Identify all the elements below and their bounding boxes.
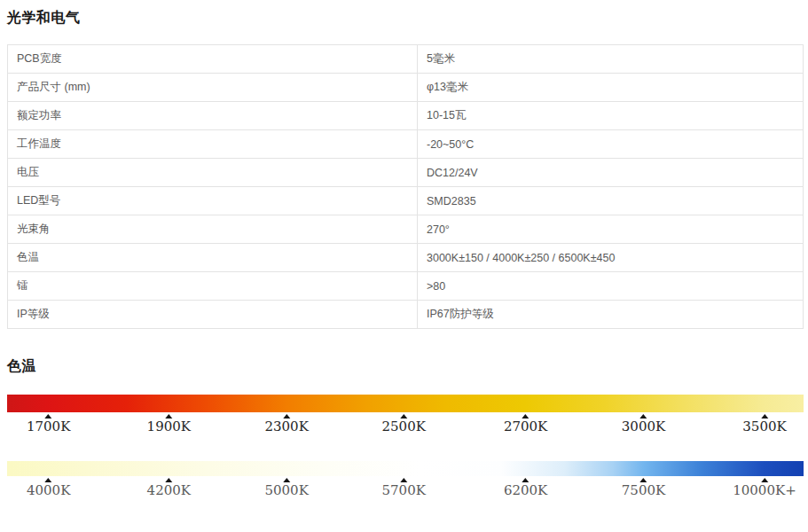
spec-row: LED型号SMD2835 xyxy=(8,187,804,215)
spec-label: PCB宽度 xyxy=(8,45,418,74)
cct-gradient-warm xyxy=(7,395,804,412)
tick-label: 1900K xyxy=(147,419,191,434)
spec-row: 电压DC12/24V xyxy=(8,159,804,187)
spec-row: 色温3000K±150 / 4000K±250 / 6500K±450 xyxy=(8,244,804,272)
tick-label: 3500K xyxy=(742,419,786,434)
spec-label: 光束角 xyxy=(8,215,418,244)
cct-tick: 7500K xyxy=(622,478,665,497)
spec-value: DC12/24V xyxy=(418,159,804,187)
section-title-optical-electrical: 光学和电气 xyxy=(7,9,808,26)
spec-label: LED型号 xyxy=(8,187,418,215)
tick-label: 2700K xyxy=(504,419,547,434)
spec-value: 10-15瓦 xyxy=(418,102,804,130)
spec-value: -20~50°C xyxy=(418,130,804,159)
cct-tick: 4000K xyxy=(27,478,70,497)
spec-value: 3000K±150 / 4000K±250 / 6500K±450 xyxy=(418,244,804,272)
cct-tick: 4200K xyxy=(147,478,191,497)
tick-label: 3000K xyxy=(622,419,665,434)
cct-tick: 1700K xyxy=(27,414,70,434)
product-spec-page: 光学和电气 PCB宽度5毫米产品尺寸 (mm)φ13毫米额定功率10-15瓦工作… xyxy=(0,0,808,497)
spec-row: 镭>80 xyxy=(8,272,804,301)
cct-ticks-warm: 1700K1900K2300K2500K2700K3000K3500K xyxy=(7,412,804,434)
tick-label: 5700K xyxy=(382,483,426,497)
cct-tick: 2500K xyxy=(382,414,426,434)
spec-value: 270° xyxy=(418,215,804,244)
spec-row: 产品尺寸 (mm)φ13毫米 xyxy=(8,74,804,102)
cct-tick: 5700K xyxy=(382,478,426,497)
spec-row: 工作温度-20~50°C xyxy=(8,130,804,159)
spec-label: 色温 xyxy=(8,244,418,272)
tick-label: 2500K xyxy=(382,419,426,434)
spec-row: 额定功率10-15瓦 xyxy=(8,102,804,130)
section-title-color-temperature: 色温 xyxy=(7,357,808,374)
tick-label: 2300K xyxy=(264,419,308,434)
cct-bar-cool: 4000K4200K5000K5700K6200K7500K10000K+ xyxy=(7,461,804,497)
cct-tick: 2300K xyxy=(264,414,308,434)
tick-label: 4200K xyxy=(147,483,191,497)
cct-tick: 6200K xyxy=(504,478,547,497)
cct-bar-warm: 1700K1900K2300K2500K2700K3000K3500K xyxy=(7,395,804,434)
cct-gradient-cool xyxy=(7,461,804,476)
cct-ticks-cool: 4000K4200K5000K5700K6200K7500K10000K+ xyxy=(7,476,804,497)
cct-tick: 5000K xyxy=(264,478,308,497)
tick-label: 4000K xyxy=(27,483,70,497)
spec-label: 工作温度 xyxy=(8,130,418,159)
tick-label: 1700K xyxy=(27,419,70,434)
spec-label: IP等级 xyxy=(8,301,418,329)
tick-label: 10000K+ xyxy=(733,483,796,497)
spec-row: IP等级IP67防护等级 xyxy=(8,301,804,329)
spec-table: PCB宽度5毫米产品尺寸 (mm)φ13毫米额定功率10-15瓦工作温度-20~… xyxy=(7,44,804,329)
spec-row: 光束角270° xyxy=(8,215,804,244)
cct-tick: 1900K xyxy=(147,414,191,434)
tick-label: 5000K xyxy=(264,483,308,497)
spec-value: φ13毫米 xyxy=(418,74,804,102)
cct-tick: 10000K+ xyxy=(733,478,796,497)
spec-table-body: PCB宽度5毫米产品尺寸 (mm)φ13毫米额定功率10-15瓦工作温度-20~… xyxy=(8,45,804,329)
spec-label: 产品尺寸 (mm) xyxy=(8,74,418,102)
spec-value: 5毫米 xyxy=(418,45,804,74)
cct-tick: 3500K xyxy=(742,414,786,434)
spec-value: >80 xyxy=(418,272,804,301)
spec-row: PCB宽度5毫米 xyxy=(8,45,804,74)
spec-label: 电压 xyxy=(8,159,418,187)
spec-label: 额定功率 xyxy=(8,102,418,130)
cct-tick: 3000K xyxy=(622,414,665,434)
spec-label: 镭 xyxy=(8,272,418,301)
spec-value: IP67防护等级 xyxy=(418,301,804,329)
cct-tick: 2700K xyxy=(504,414,547,434)
tick-label: 7500K xyxy=(622,483,665,497)
tick-label: 6200K xyxy=(504,483,547,497)
spec-value: SMD2835 xyxy=(418,187,804,215)
